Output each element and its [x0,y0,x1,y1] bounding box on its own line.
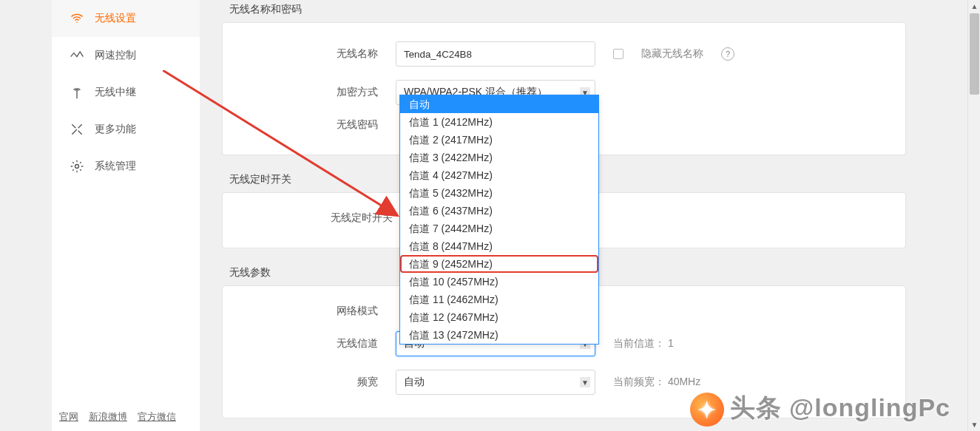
svg-point-0 [76,21,78,23]
channel-option[interactable]: 自动 [400,95,598,113]
gear-icon [70,159,84,174]
svg-point-3 [75,165,79,169]
label-channel: 无线信道 [237,337,378,350]
channel-option[interactable]: 信道 13 (2472MHz) [400,326,598,344]
sidebar-label: 更多功能 [95,123,136,136]
footer-link-wechat[interactable]: 官方微信 [138,410,176,424]
footer-links: 官网 新浪微博 官方微信 [59,410,176,424]
channel-option[interactable]: 信道 8 (2447MHz) [400,237,598,255]
scroll-down-icon[interactable]: ▼ [968,418,980,431]
watermark: ✦头条 @longlingPc [690,391,950,427]
label-password: 无线密码 [237,118,378,132]
channel-option[interactable]: 信道 10 (2457MHz) [400,273,598,291]
label-bandwidth: 频宽 [237,376,378,389]
wifi-icon [70,11,84,26]
channel-option[interactable]: 信道 7 (2442MHz) [400,220,598,237]
channel-option[interactable]: 信道 9 (2452MHz) [400,255,598,273]
bandwidth-value: 自动 [404,376,425,389]
sidebar-item-system[interactable]: 系统管理 [52,148,200,185]
label-encryption: 加密方式 [237,86,378,99]
label-schedule: 无线定时开关 [237,211,393,225]
tools-icon [70,122,84,137]
repeater-icon [70,85,84,100]
footer-link-official[interactable]: 官网 [59,410,78,424]
sidebar-item-wireless[interactable]: 无线设置 [52,0,200,37]
channel-option[interactable]: 信道 12 (2467MHz) [400,308,598,326]
hide-ssid-checkbox[interactable] [613,49,624,59]
sidebar-item-speed[interactable]: 网速控制 [52,37,200,74]
sidebar: 无线设置 网速控制 无线中继 更多功能 系统管理 [52,0,200,431]
channel-option[interactable]: 信道 3 (2422MHz) [400,149,598,166]
chevron-down-icon: ▼ [580,377,590,387]
label-mode: 网络模式 [237,305,378,318]
sidebar-label: 无线中继 [95,86,136,99]
channel-option[interactable]: 信道 5 (2432MHz) [400,184,598,202]
section-title-name-pwd: 无线名称和密码 [222,0,906,22]
watermark-icon: ✦ [690,393,724,427]
sidebar-label: 无线设置 [95,12,136,25]
app-root: 无线设置 网速控制 无线中继 更多功能 系统管理 [0,0,980,431]
scroll-thumb[interactable] [970,13,979,95]
current-bandwidth: 当前频宽： 40MHz [613,376,700,389]
sidebar-label: 系统管理 [95,160,136,173]
help-icon[interactable]: ? [721,47,734,61]
ssid-input[interactable] [396,41,595,67]
hide-ssid-label: 隐藏无线名称 [641,47,703,61]
scroll-up-icon[interactable]: ▲ [968,0,980,13]
channel-option[interactable]: 信道 11 (2462MHz) [400,291,598,308]
sidebar-item-more[interactable]: 更多功能 [52,111,200,148]
row-ssid: 无线名称 隐藏无线名称 ? [237,35,891,73]
channel-option[interactable]: 信道 2 (2417MHz) [400,131,598,149]
channel-option[interactable]: 信道 1 (2412MHz) [400,113,598,131]
channel-option[interactable]: 信道 4 (2427MHz) [400,166,598,184]
channel-dropdown[interactable]: 自动信道 1 (2412MHz)信道 2 (2417MHz)信道 3 (2422… [399,95,599,345]
bandwidth-select[interactable]: 自动 ▼ [396,370,595,395]
sidebar-item-repeater[interactable]: 无线中继 [52,74,200,111]
current-channel: 当前信道： 1 [613,337,674,350]
page-scrollbar[interactable]: ▲ ▼ [967,0,980,431]
speed-icon [70,48,84,63]
sidebar-label: 网速控制 [95,49,136,62]
channel-option[interactable]: 信道 6 (2437MHz) [400,202,598,220]
watermark-text: 头条 @longlingPc [730,393,950,421]
svg-point-2 [76,91,78,92]
label-ssid: 无线名称 [237,47,378,61]
footer-link-weibo[interactable]: 新浪微博 [89,410,127,424]
